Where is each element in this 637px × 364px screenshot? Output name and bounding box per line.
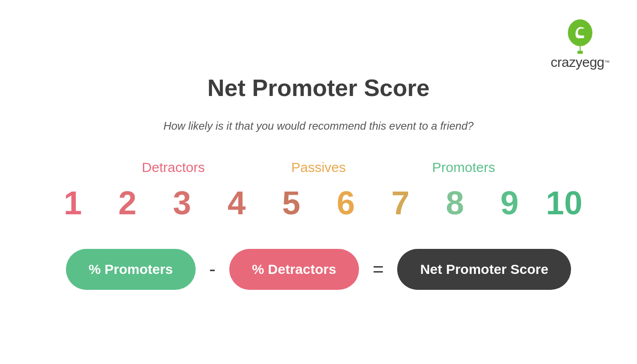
score-number-8[interactable]: 8	[437, 184, 473, 222]
logo-container: crazyegg™	[551, 18, 610, 70]
score-number-1[interactable]: 1	[55, 184, 91, 222]
score-number-2[interactable]: 2	[109, 184, 146, 222]
score-numbers-row: 12345678910	[46, 184, 592, 222]
main-title: Net Promoter Score	[207, 74, 430, 101]
formula-row: % Promoters - % Detractors = Net Promote…	[66, 249, 571, 290]
passives-label: Passives	[291, 160, 346, 175]
promoters-button[interactable]: % Promoters	[66, 249, 196, 290]
logo-text: crazyegg™	[551, 55, 610, 70]
subtitle: How likely is it that you would recommen…	[163, 120, 474, 132]
minus-operator: -	[209, 258, 216, 280]
score-number-10[interactable]: 10	[546, 184, 582, 222]
equals-operator: =	[373, 258, 384, 280]
categories-row: Detractors Passives Promoters	[68, 160, 569, 175]
detractors-category: Detractors	[68, 160, 278, 175]
score-number-5[interactable]: 5	[273, 184, 309, 222]
score-number-7[interactable]: 7	[382, 184, 419, 222]
score-number-9[interactable]: 9	[491, 184, 528, 222]
detractors-label: Detractors	[142, 160, 205, 175]
svg-point-0	[568, 20, 592, 46]
score-number-4[interactable]: 4	[218, 184, 255, 222]
crazyegg-logo-icon	[564, 18, 596, 55]
detractors-button[interactable]: % Detractors	[229, 249, 359, 290]
score-number-6[interactable]: 6	[328, 184, 364, 222]
promoters-category: Promoters	[359, 160, 569, 175]
promoters-label: Promoters	[432, 160, 495, 175]
svg-rect-2	[577, 51, 583, 54]
nps-button[interactable]: Net Promoter Score	[397, 249, 571, 290]
score-number-3[interactable]: 3	[164, 184, 200, 222]
passives-category: Passives	[278, 160, 359, 175]
